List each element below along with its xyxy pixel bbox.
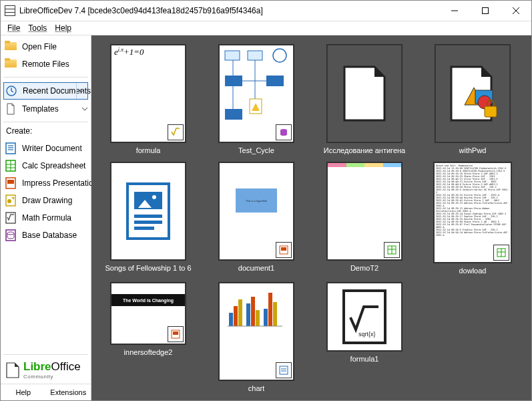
svg-rect-16	[7, 180, 14, 184]
document-thumb[interactable]: DemoT2	[310, 160, 419, 280]
document-thumb[interactable]: Исследование антигена	[310, 42, 419, 160]
svg-point-18	[7, 199, 11, 203]
document-thumb[interactable]: Test_Cycle	[202, 42, 310, 160]
svg-rect-62	[256, 310, 260, 326]
svg-rect-39	[485, 106, 497, 117]
svg-point-25	[273, 49, 286, 62]
svg-rect-7	[6, 143, 15, 154]
folder-icon	[5, 41, 17, 53]
menu-tools[interactable]: Tools	[24, 22, 51, 34]
svg-rect-44	[134, 215, 162, 218]
svg-rect-24	[248, 51, 262, 60]
impress-badge-icon	[168, 326, 184, 342]
sidebar-remote-files[interactable]: Remote Files	[1, 55, 91, 73]
svg-rect-65	[273, 302, 277, 326]
document-thumb[interactable]: Songs of Fellowship 1 to 6	[94, 160, 202, 280]
document-label: withPwd	[459, 146, 487, 154]
svg-point-43	[152, 195, 156, 199]
recent-documents-area: ei.π+1=0 formula	[91, 35, 531, 400]
sidebar-math[interactable]: Math Formula	[1, 209, 91, 227]
document-label: document1	[238, 264, 274, 272]
svg-rect-23	[225, 51, 240, 60]
writer-icon	[5, 142, 17, 154]
libreoffice-logo: LibreOffice Community	[1, 356, 91, 384]
sidebar-base[interactable]: Base Database	[1, 227, 91, 244]
document-label: chart	[248, 384, 264, 392]
svg-rect-27	[266, 76, 284, 86]
sidebar-extensions-link[interactable]: Extensions	[46, 384, 91, 400]
sidebar-calc[interactable]: Calc Spreadsheet	[1, 157, 91, 174]
svg-rect-45	[134, 221, 162, 224]
close-button[interactable]	[501, 1, 531, 21]
document-thumb[interactable]: ei.π+1=0 formula	[94, 42, 202, 160]
create-label: Create:	[1, 124, 91, 137]
svg-rect-60	[246, 303, 250, 326]
document-thumb[interactable]: chart	[202, 280, 310, 398]
document-label: Исследование антигена	[324, 146, 405, 154]
svg-text:sqrt{x}: sqrt{x}	[358, 331, 376, 338]
document-label: Test_Cycle	[238, 146, 274, 154]
minimize-button[interactable]	[439, 1, 470, 21]
writer-badge-icon	[276, 362, 292, 378]
math-badge-icon	[168, 124, 184, 140]
svg-rect-48	[281, 247, 286, 251]
sidebar-writer[interactable]: Writer Document	[1, 140, 91, 157]
chevron-down-icon[interactable]	[76, 83, 86, 99]
document-thumb[interactable]: The World is Changing innersoftedge2	[94, 280, 202, 398]
titlebar: LibreOfficeDev 7.4 [bcede3c0ed94d413fea1…	[1, 1, 531, 21]
sidebar: Open File Remote Files Recent Documents	[1, 35, 91, 400]
svg-rect-67	[280, 366, 288, 374]
impress-icon	[5, 177, 17, 189]
svg-rect-61	[251, 297, 255, 326]
divider	[3, 354, 88, 355]
document-thumb[interactable]: withPwd	[419, 42, 527, 160]
math-icon	[5, 212, 17, 224]
calc-badge-icon	[493, 245, 509, 261]
maximize-button[interactable]	[470, 1, 501, 21]
svg-rect-58	[234, 306, 238, 326]
app-icon	[5, 5, 15, 16]
svg-rect-59	[238, 299, 242, 326]
svg-rect-56	[173, 331, 178, 335]
draw-icon	[5, 194, 17, 207]
document-label: innersoftedge2	[124, 348, 173, 356]
svg-rect-63	[264, 309, 268, 326]
sidebar-recent-documents[interactable]: Recent Documents	[3, 82, 88, 100]
menu-file[interactable]: File	[3, 22, 24, 34]
sidebar-templates[interactable]: Templates	[1, 100, 91, 118]
impress-badge-icon	[276, 242, 292, 258]
sidebar-impress[interactable]: Impress Presentation	[1, 174, 91, 192]
divider	[3, 122, 88, 122]
divider	[3, 77, 88, 78]
calc-badge-icon	[384, 242, 400, 258]
base-badge-icon	[276, 124, 292, 140]
svg-rect-26	[225, 76, 242, 86]
document-thumb[interactable]: Datum und Zeit Komponente2022-02-14 13:3…	[419, 160, 527, 280]
chevron-down-icon[interactable]	[80, 100, 89, 118]
sidebar-open-file[interactable]: Open File	[1, 38, 91, 55]
document-label: formula	[136, 146, 161, 154]
document-icon	[5, 103, 17, 115]
calc-icon	[5, 160, 17, 172]
svg-rect-1	[483, 8, 489, 14]
svg-rect-46	[134, 227, 154, 230]
document-label: dowload	[459, 267, 487, 275]
svg-rect-57	[229, 313, 233, 326]
menubar: File Tools Help	[1, 21, 531, 35]
svg-rect-28	[225, 109, 242, 120]
sidebar-help-link[interactable]: Help	[1, 384, 46, 400]
document-label: Songs of Fellowship 1 to 6	[105, 264, 191, 272]
menu-help[interactable]: Help	[51, 22, 75, 34]
base-icon	[5, 229, 17, 241]
document-label: DemoT2	[350, 264, 378, 272]
clock-icon	[5, 85, 17, 97]
document-thumb[interactable]: sqrt{x} formula1	[310, 280, 419, 398]
sidebar-draw[interactable]: Draw Drawing	[1, 192, 91, 209]
window-title: LibreOfficeDev 7.4 [bcede3c0ed94d413fea1…	[19, 6, 439, 15]
document-thumb[interactable]: This is a hyperlink document1	[202, 160, 310, 280]
folder-icon	[5, 58, 17, 70]
svg-rect-64	[268, 293, 272, 326]
document-label: formula1	[350, 355, 379, 363]
svg-line-6	[11, 91, 13, 92]
